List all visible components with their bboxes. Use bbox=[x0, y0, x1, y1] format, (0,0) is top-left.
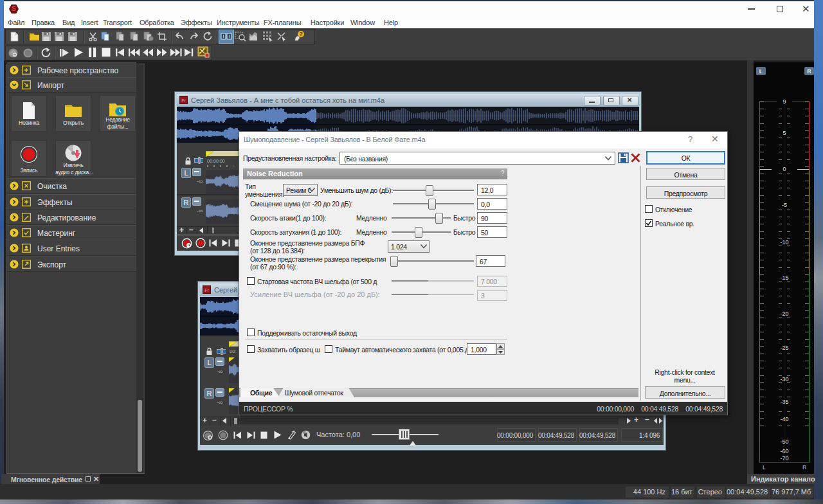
svg-text:?: ? bbox=[299, 31, 303, 37]
svg-text:Fr: Fr bbox=[204, 288, 209, 292]
svg-text:Fr: Fr bbox=[181, 98, 186, 103]
